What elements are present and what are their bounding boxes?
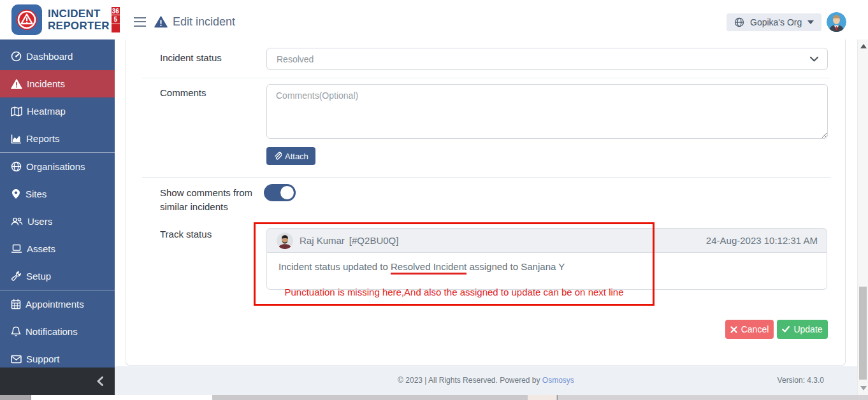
assets-laptop-icon <box>11 244 22 254</box>
copyright-text: © 2023 | All Rights Reserved. Powered by… <box>115 366 857 395</box>
heatmap-map-icon <box>11 106 22 117</box>
page-title: Edit incident <box>173 15 235 29</box>
track-status-label: Track status <box>160 229 212 239</box>
sidebar-item-incidents[interactable]: Incidents <box>0 70 115 97</box>
sidebar-item-label: Incidents <box>27 78 65 89</box>
comment-timestamp: 24-Aug-2023 10:12:31 AM <box>706 235 818 246</box>
sidebar: Dashboard Incidents Heatmap Reports <box>0 39 115 395</box>
sidebar-item-label: Sites <box>25 189 47 199</box>
sidebar-item-label: Organisations <box>26 161 85 172</box>
sidebar-item-dashboard[interactable]: Dashboard <box>0 43 115 70</box>
check-icon <box>782 326 790 332</box>
cancel-button-label: Cancel <box>741 324 769 334</box>
sidebar-item-setup[interactable]: Setup <box>0 262 115 290</box>
chevron-left-icon <box>97 376 103 386</box>
org-switcher[interactable]: Gopika's Org <box>727 13 821 31</box>
sidebar-item-label: Reports <box>26 133 60 144</box>
sidebar-item-users[interactable]: Users <box>0 208 115 235</box>
sidebar-item-label: Users <box>27 216 52 227</box>
sidebar-item-label: Setup <box>26 271 51 282</box>
update-button[interactable]: Update <box>777 320 828 339</box>
sidebar-item-organisations[interactable]: Organisations <box>0 153 115 180</box>
copyright-label: © 2023 | All Rights Reserved. Powered by <box>398 376 542 385</box>
section-divider <box>142 177 830 178</box>
edit-incident-form-card: Incident status Resolved Comments Attach… <box>126 39 846 366</box>
incident-warning-icon <box>154 16 168 28</box>
desktop-edge-segment <box>557 395 868 400</box>
chevron-down-icon <box>807 20 814 24</box>
notifications-bell-icon <box>11 326 21 337</box>
sidebar-item-notifications[interactable]: Notifications <box>0 318 115 345</box>
organisations-globe-icon <box>11 161 22 172</box>
cancel-button[interactable]: Cancel <box>725 320 774 339</box>
app-badge-365: 365 <box>112 7 120 32</box>
vertical-scrollbar[interactable] <box>857 39 868 395</box>
comment-text-underlined: Resolved Incident <box>391 261 467 275</box>
incident-status-select[interactable]: Resolved <box>266 48 828 70</box>
version-label: Version: 4.3.0 <box>778 366 824 395</box>
comment-text-before: Incident status updated to <box>278 261 391 272</box>
comments-label: Comments <box>160 87 206 98</box>
page-footer: © 2023 | All Rights Reserved. Powered by… <box>115 366 857 395</box>
comments-input[interactable] <box>266 84 828 139</box>
app-logo[interactable]: INCIDENT REPORTER 365 <box>11 4 120 35</box>
osmosys-link[interactable]: Osmosys <box>542 376 574 385</box>
sidebar-item-appointments[interactable]: Appointments <box>0 290 115 318</box>
app-header: INCIDENT REPORTER 365 Edit incident Gopi… <box>0 0 868 39</box>
sidebar-item-sites[interactable]: Sites <box>0 180 115 208</box>
desktop-edge-segment <box>0 395 31 400</box>
track-status-comment: Raj Kumar [#Q2BU0Q] 24-Aug-2023 10:12:31… <box>266 228 827 290</box>
appointments-calendar-icon <box>11 299 21 310</box>
incident-reference: [#Q2BU0Q] <box>349 235 399 246</box>
attach-button-label: Attach <box>285 152 308 161</box>
sidebar-item-label: Notifications <box>25 326 78 337</box>
paperclip-icon <box>273 152 282 161</box>
comment-header: Raj Kumar [#Q2BU0Q] 24-Aug-2023 10:12:31… <box>266 228 827 253</box>
x-icon <box>730 326 737 333</box>
sidebar-collapse-button[interactable] <box>0 368 115 395</box>
sidebar-item-assets[interactable]: Assets <box>0 235 115 262</box>
desktop-edge-segment <box>528 395 556 400</box>
app-logo-icon <box>11 4 42 35</box>
reports-chart-icon <box>11 134 22 144</box>
commenter-avatar <box>277 232 293 249</box>
show-comments-label: Show comments from similar incidents <box>160 186 263 214</box>
app-name: INCIDENT REPORTER <box>48 8 110 32</box>
support-mail-icon <box>11 355 22 364</box>
setup-wrench-icon <box>11 271 22 282</box>
incidents-warning-icon <box>11 79 22 89</box>
sidebar-item-label: Assets <box>27 243 55 254</box>
user-avatar[interactable] <box>827 12 846 32</box>
dashboard-gauge-icon <box>11 51 22 62</box>
toggle-knob <box>280 186 294 199</box>
sidebar-item-reports[interactable]: Reports <box>0 125 115 152</box>
update-button-label: Update <box>793 324 822 334</box>
attach-button[interactable]: Attach <box>266 147 315 165</box>
sidebar-item-heatmap[interactable]: Heatmap <box>0 97 115 125</box>
org-name: Gopika's Org <box>750 17 802 27</box>
desktop-edge-strip <box>0 395 868 400</box>
chevron-down-icon <box>810 57 818 62</box>
desktop-edge-segment <box>31 395 212 400</box>
scroll-down-arrow[interactable] <box>860 386 867 390</box>
commenter-name: Raj Kumar <box>300 235 345 246</box>
incident-status-label: Incident status <box>160 52 222 63</box>
users-icon <box>11 217 23 226</box>
menu-toggle-icon[interactable] <box>134 17 146 27</box>
section-divider <box>142 78 830 78</box>
sidebar-item-label: Support <box>26 354 60 364</box>
comment-text-after: assigned to Sanjana Y <box>467 261 565 272</box>
show-comments-toggle[interactable] <box>264 184 296 201</box>
incident-status-value: Resolved <box>277 54 314 64</box>
comment-body: Incident status updated to Resolved Inci… <box>266 253 827 290</box>
sidebar-item-label: Appointments <box>25 299 84 310</box>
scroll-up-arrow[interactable] <box>860 44 867 48</box>
scrollbar-thumb[interactable] <box>859 287 867 380</box>
sites-pin-icon <box>11 189 21 199</box>
sidebar-item-label: Heatmap <box>27 106 66 117</box>
globe-icon <box>734 17 744 27</box>
sidebar-item-label: Dashboard <box>26 51 73 62</box>
